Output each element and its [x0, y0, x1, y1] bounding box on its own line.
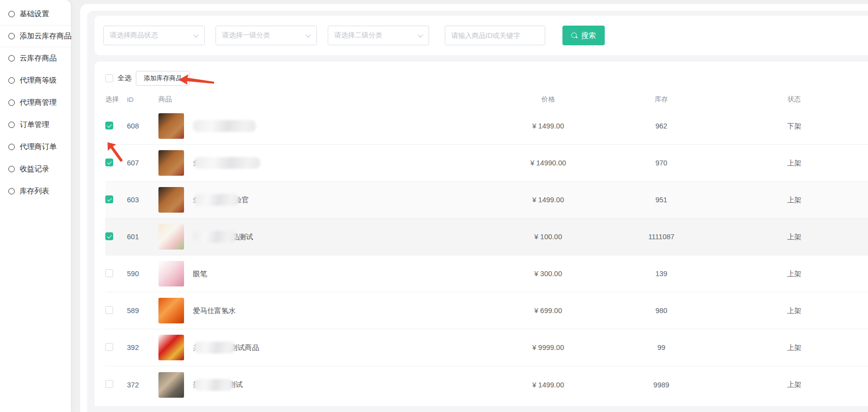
- product-id: 372: [127, 381, 158, 389]
- table-body: 608 ¥ 1499.00 962 下架 607 鱼 ¥ 14990.00 97…: [105, 108, 868, 403]
- censored-name-blur: [193, 231, 236, 243]
- category-level1-select[interactable]: 请选择一级分类: [216, 26, 317, 45]
- chevron-down-icon: [306, 32, 311, 37]
- sidebar-item-label: 订单管理: [20, 120, 49, 129]
- product-image-open-wooden-box-red-items: [158, 113, 184, 139]
- product-image-red-gift-box-gold-bow: [158, 335, 184, 360]
- row-checkbox[interactable]: [105, 158, 113, 166]
- sidebar-item-label: 代理商订单: [20, 142, 57, 152]
- select-all-label: 全选: [118, 74, 131, 83]
- product-status: 上架: [720, 232, 868, 242]
- sidebar: 基础设置 添加云库存商品 云库存商品 代理商等级 代理商管理 订单管理 代理商订…: [0, 0, 71, 412]
- radio-circle-icon: [8, 166, 15, 172]
- main-content-card: 请选择商品状态 请选择一级分类 请选择二级分类 搜索 全选 添加库存商: [80, 4, 868, 412]
- keyword-input[interactable]: [445, 26, 545, 45]
- sidebar-item-5[interactable]: 订单管理: [0, 114, 71, 136]
- radio-circle-icon: [8, 99, 15, 106]
- product-image-orange-cosmetic-gift-set: [158, 298, 184, 323]
- table-row: 607 鱼 ¥ 14990.00 970 上架: [105, 145, 868, 182]
- table-row: 372 挂测试 ¥ 1499.00 9989 上架: [105, 366, 868, 403]
- product-price: ¥ 300.00: [494, 270, 602, 278]
- row-checkbox[interactable]: [105, 343, 113, 351]
- product-status: 上架: [720, 343, 868, 352]
- product-table-card: 全选 添加库存商品 选择 ID 商品 价格 库存 状态 608 ¥: [94, 62, 868, 406]
- censored-name-blur: [193, 120, 256, 132]
- row-checkbox[interactable]: [105, 122, 113, 129]
- row-checkbox[interactable]: [105, 269, 113, 277]
- censored-name-blur: [194, 157, 260, 169]
- product-status: 上架: [720, 158, 868, 168]
- add-inventory-product-button[interactable]: 添加库存商品: [136, 71, 190, 86]
- category-level2-placeholder: 请选择二级分类: [334, 31, 382, 40]
- product-stock: 9989: [602, 381, 720, 389]
- search-icon: [571, 32, 578, 39]
- product-status: 上架: [720, 380, 868, 389]
- product-image-food-platter-eggs-greens: [158, 224, 184, 250]
- product-id: 601: [127, 233, 158, 241]
- header-id: ID: [127, 96, 158, 103]
- censored-name-blur: [194, 194, 239, 206]
- row-checkbox[interactable]: [105, 380, 113, 388]
- product-stock: 1111087: [602, 233, 720, 241]
- radio-circle-icon: [8, 77, 15, 84]
- product-stock: 951: [602, 196, 720, 204]
- product-stock: 139: [602, 270, 720, 278]
- product-id: 590: [127, 270, 158, 278]
- header-select: 选择: [105, 95, 127, 104]
- row-checkbox[interactable]: [105, 306, 113, 314]
- product-status-select[interactable]: 请选择商品状态: [103, 26, 205, 45]
- product-name: 品测试: [193, 231, 253, 243]
- product-price: ¥ 1499.00: [494, 381, 602, 389]
- product-price: ¥ 1499.00: [494, 122, 602, 130]
- sidebar-item-label: 添加云库存商品: [20, 32, 71, 41]
- sidebar-item-label: 代理商等级: [20, 76, 57, 85]
- sidebar-item-0[interactable]: 基础设置: [0, 3, 71, 25]
- row-checkbox[interactable]: [105, 195, 113, 203]
- sidebar-item-label: 代理商管理: [20, 98, 57, 107]
- sidebar-item-6[interactable]: 代理商订单: [0, 136, 71, 158]
- product-status: 下架: [720, 122, 868, 131]
- radio-circle-icon: [8, 122, 15, 128]
- sidebar-item-7[interactable]: 收益记录: [0, 158, 71, 180]
- product-name-fragment: 眼笔: [193, 269, 207, 279]
- sidebar-item-4[interactable]: 代理商管理: [0, 92, 71, 114]
- row-checkbox[interactable]: [105, 232, 113, 240]
- radio-circle-icon: [8, 11, 15, 17]
- chevron-down-icon: [193, 32, 199, 37]
- product-stock: 962: [602, 122, 720, 130]
- product-name: 鱼验官: [193, 194, 249, 206]
- product-image-pink-perfume-bottle: [158, 261, 184, 286]
- sidebar-item-label: 基础设置: [20, 9, 49, 19]
- header-status: 状态: [720, 95, 868, 104]
- product-status: 上架: [720, 195, 868, 205]
- search-button-label: 搜索: [581, 31, 596, 40]
- radio-circle-icon: [8, 188, 15, 194]
- product-status: 上架: [720, 306, 868, 316]
- sidebar-item-3[interactable]: 代理商等级: [0, 69, 71, 92]
- category-level2-select[interactable]: 请选择二级分类: [328, 26, 429, 45]
- category-level1-placeholder: 请选择一级分类: [222, 31, 270, 40]
- product-status: 上架: [720, 269, 868, 279]
- radio-circle-icon: [8, 55, 15, 62]
- table-header-row: 选择 ID 商品 价格 库存 状态: [105, 91, 868, 108]
- sidebar-item-label: 库存列表: [20, 187, 49, 196]
- radio-circle-icon: [8, 33, 15, 39]
- chevron-down-icon: [418, 32, 423, 37]
- product-stock: 980: [602, 307, 720, 315]
- search-button[interactable]: 搜索: [562, 26, 605, 45]
- sidebar-item-1[interactable]: 添加云库存商品: [0, 25, 71, 47]
- product-image-open-wooden-box-red-items: [158, 187, 184, 213]
- product-stock: 970: [602, 159, 720, 167]
- sidebar-item-label: 云库存商品: [20, 54, 57, 63]
- product-name: 共测试商品: [193, 342, 259, 353]
- table-row: 601 品测试 ¥ 100.00 1111087 上架: [105, 219, 868, 255]
- sidebar-item-8[interactable]: 库存列表: [0, 180, 71, 202]
- product-stock: 99: [602, 344, 720, 351]
- select-all-checkbox[interactable]: [105, 74, 113, 82]
- product-price: ¥ 9999.00: [494, 344, 602, 351]
- sidebar-item-label: 收益记录: [20, 164, 49, 174]
- product-price: ¥ 1499.00: [494, 196, 602, 204]
- sidebar-item-2[interactable]: 云库存商品: [0, 47, 71, 69]
- header-stock: 库存: [602, 95, 720, 104]
- table-row: 589 爱马仕富氢水 ¥ 699.00 980 上架: [105, 292, 868, 329]
